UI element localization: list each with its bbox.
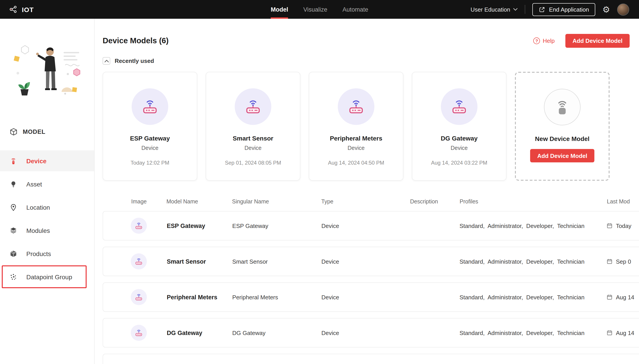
router-icon [131, 289, 147, 305]
topbar-divider [525, 5, 526, 14]
table-row[interactable]: DG Gateway DG Gateway Device Standard, A… [103, 318, 639, 348]
row-last-modified: Aug 14 [606, 330, 639, 336]
card-model-name: Smart Sensor [233, 135, 273, 142]
new-device-icon [544, 89, 580, 125]
sidebar-illustration [12, 39, 83, 100]
model-section-label: MODEL [23, 128, 46, 135]
column-header-model-name: Model Name [166, 198, 232, 205]
row-image-cell [103, 253, 167, 270]
router-icon [131, 218, 147, 234]
help-link[interactable]: ? Help [534, 38, 555, 44]
datapoint-group-dots-icon [9, 273, 18, 281]
table-row[interactable]: ESP Gateway ESP Gateway Device Standard,… [103, 211, 639, 240]
chevron-down-icon [514, 8, 518, 11]
page-head: Device Models (6) ? Help Add Device Mode… [94, 19, 639, 48]
card-model-type: Device [142, 145, 158, 151]
row-last-modified: Aug 14 [606, 294, 639, 300]
router-icon [441, 88, 478, 125]
row-singular-name: DG Gateway [232, 330, 321, 336]
device-model-card[interactable]: Peripheral Meters Device Aug 14, 2024 04… [309, 72, 404, 181]
tab-visualize[interactable]: Visualize [303, 0, 327, 19]
table-row[interactable]: Peripheral Meters Peripheral Meters Devi… [103, 282, 639, 312]
topbar: IOT Model Visualize Automate User Educat… [0, 0, 639, 19]
row-type: Device [321, 222, 410, 229]
org-label: User Education [470, 6, 510, 13]
brand-name: IOT [22, 6, 34, 13]
table-row[interactable] [103, 354, 639, 364]
router-icon [131, 325, 147, 341]
location-pin-icon [9, 203, 18, 211]
table-row[interactable]: Smart Sensor Smart Sensor Device Standar… [103, 247, 639, 276]
tab-model[interactable]: Model [271, 0, 288, 19]
card-model-type: Device [244, 145, 262, 151]
row-image-cell [103, 289, 167, 305]
sidebar-item-asset[interactable]: Asset [0, 174, 94, 194]
column-header-description: Description [410, 198, 460, 205]
help-question-icon: ? [534, 38, 540, 44]
topbar-right: User Education End Application ⚙ [470, 3, 639, 16]
app-window: IOT Model Visualize Automate User Educat… [0, 0, 639, 364]
row-type: Device [321, 294, 410, 300]
modules-layers-icon [9, 226, 18, 234]
user-avatar[interactable] [617, 3, 629, 16]
calendar-icon [606, 330, 613, 336]
chevron-up-icon [104, 60, 109, 62]
card-model-type: Device [348, 145, 364, 151]
card-model-name: ESP Gateway [130, 135, 170, 142]
recently-used-label: Recently used [115, 58, 154, 64]
model-section-header: MODEL [0, 128, 94, 136]
sidebar-item-device[interactable]: Device [0, 150, 94, 171]
sidebar-menu: Device Asset Location Modules Products D… [0, 150, 94, 287]
row-last-modified: Today [606, 222, 639, 229]
row-model-name: ESP Gateway [167, 222, 232, 229]
asset-bulb-icon [9, 180, 18, 188]
row-profiles: Standard, Administrator, Developer, Tech… [460, 258, 606, 265]
collapse-toggle[interactable] [103, 57, 110, 65]
column-header-type: Type [321, 198, 410, 205]
card-last-used: Aug 14, 2024 04:50 PM [328, 160, 384, 166]
brand[interactable]: IOT [0, 5, 34, 14]
recently-used-section-header: Recently used [94, 57, 639, 65]
row-singular-name: Smart Sensor [232, 258, 321, 265]
external-link-icon [539, 6, 546, 13]
router-icon [132, 88, 168, 125]
row-type: Device [321, 258, 410, 265]
device-models-table: Image Model Name Singular Name Type Desc… [94, 198, 639, 364]
device-model-card[interactable]: DG Gateway Device Aug 14, 2024 03:22 PM [412, 72, 506, 181]
row-model-name: DG Gateway [167, 330, 232, 336]
org-selector[interactable]: User Education [470, 6, 518, 13]
column-header-image: Image [103, 198, 166, 205]
add-device-model-button[interactable]: Add Device Model [565, 34, 630, 48]
row-singular-name: Peripheral Meters [232, 294, 321, 300]
row-image-cell [103, 325, 167, 341]
table-header-row: Image Model Name Singular Name Type Desc… [103, 198, 639, 205]
calendar-icon [606, 294, 613, 300]
sidebar-item-products[interactable]: Products [0, 243, 94, 264]
end-application-button[interactable]: End Application [532, 3, 595, 16]
card-last-used: Sep 01, 2024 08:05 PM [225, 160, 281, 166]
add-device-model-card-button[interactable]: Add Device Model [530, 149, 594, 162]
device-model-card[interactable]: Smart Sensor Device Sep 01, 2024 08:05 P… [206, 72, 300, 181]
sidebar-item-modules[interactable]: Modules [0, 220, 94, 241]
row-profiles: Standard, Administrator, Developer, Tech… [460, 294, 606, 300]
device-model-card[interactable]: ESP Gateway Device Today 12:02 PM [103, 72, 197, 181]
tab-automate[interactable]: Automate [342, 0, 368, 19]
column-header-profiles: Profiles [460, 198, 607, 205]
router-icon [131, 253, 147, 270]
sidebar: MODEL Device Asset Location Modules Prod… [0, 19, 94, 364]
head-actions: ? Help Add Device Model [534, 34, 630, 48]
settings-gear-icon[interactable]: ⚙ [602, 5, 610, 14]
new-device-model-card: New Device Model Add Device Model [515, 72, 610, 181]
sidebar-item-location[interactable]: Location [0, 197, 94, 218]
router-icon [235, 88, 271, 125]
card-last-used: Aug 14, 2024 03:22 PM [431, 160, 487, 166]
recently-used-cards: ESP Gateway Device Today 12:02 PM Smart … [94, 72, 639, 181]
router-icon [338, 88, 374, 125]
brand-logo-icon [9, 5, 18, 14]
sidebar-item-datapoint-group[interactable]: Datapoint Group [0, 266, 94, 287]
column-header-last-modified: Last Mod [607, 198, 639, 205]
row-image-cell [103, 218, 167, 234]
main-content: Device Models (6) ? Help Add Device Mode… [94, 19, 639, 364]
calendar-icon [606, 258, 613, 264]
row-profiles: Standard, Administrator, Developer, Tech… [460, 330, 606, 336]
